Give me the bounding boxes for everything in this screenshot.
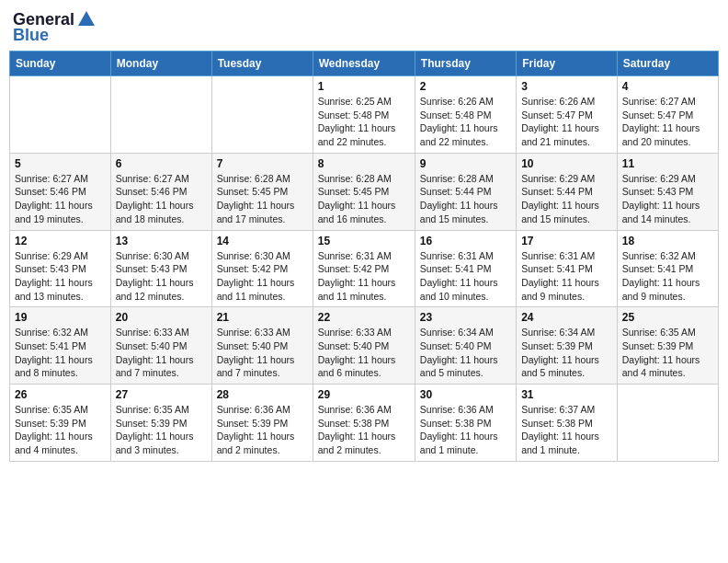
week-row-1: 1Sunrise: 6:25 AMSunset: 5:48 PMDaylight… [10,76,719,154]
day-number: 23 [420,311,511,324]
day-info: Sunrise: 6:35 AMSunset: 5:39 PMDaylight:… [15,403,106,457]
day-info: Sunrise: 6:27 AMSunset: 5:46 PMDaylight:… [116,172,207,226]
day-info: Sunrise: 6:30 AMSunset: 5:42 PMDaylight:… [217,249,308,304]
day-number: 10 [521,157,612,170]
day-number: 25 [622,311,713,324]
day-number: 8 [318,157,410,170]
day-cell: 13Sunrise: 6:30 AMSunset: 5:43 PMDayligh… [110,230,211,307]
header-tuesday: Tuesday [211,52,313,76]
day-number: 27 [116,388,207,401]
day-cell: 11Sunrise: 6:29 AMSunset: 5:43 PMDayligh… [617,153,718,230]
day-info: Sunrise: 6:30 AMSunset: 5:43 PMDaylight:… [116,249,207,304]
day-number: 17 [521,235,612,247]
calendar-table: SundayMondayTuesdayWednesdayThursdayFrid… [9,51,719,462]
day-number: 6 [116,157,207,170]
page-header: General Blue [9,9,719,45]
day-info: Sunrise: 6:35 AMSunset: 5:39 PMDaylight:… [622,326,713,380]
day-number: 4 [622,80,713,93]
day-cell: 18Sunrise: 6:32 AMSunset: 5:41 PMDayligh… [617,230,718,307]
day-info: Sunrise: 6:31 AMSunset: 5:41 PMDaylight:… [420,249,511,304]
day-cell [110,76,211,154]
day-info: Sunrise: 6:36 AMSunset: 5:39 PMDaylight:… [217,403,308,457]
day-number: 24 [521,311,612,324]
day-number: 19 [15,311,106,324]
day-cell: 25Sunrise: 6:35 AMSunset: 5:39 PMDayligh… [617,307,718,385]
day-number: 30 [420,388,511,401]
day-number: 16 [420,235,511,247]
logo-blue: Blue [13,26,49,45]
day-info: Sunrise: 6:36 AMSunset: 5:38 PMDaylight:… [420,403,511,457]
day-cell: 30Sunrise: 6:36 AMSunset: 5:38 PMDayligh… [415,385,516,462]
day-cell: 10Sunrise: 6:29 AMSunset: 5:44 PMDayligh… [517,153,618,230]
day-number: 29 [318,388,410,401]
day-info: Sunrise: 6:33 AMSunset: 5:40 PMDaylight:… [318,326,410,380]
day-info: Sunrise: 6:31 AMSunset: 5:42 PMDaylight:… [318,249,410,304]
day-cell: 5Sunrise: 6:27 AMSunset: 5:46 PMDaylight… [10,153,111,230]
day-cell: 29Sunrise: 6:36 AMSunset: 5:38 PMDayligh… [313,385,415,462]
day-number: 26 [15,388,106,401]
day-number: 22 [318,311,410,324]
day-info: Sunrise: 6:26 AMSunset: 5:47 PMDaylight:… [521,95,612,149]
day-cell: 1Sunrise: 6:25 AMSunset: 5:48 PMDaylight… [313,76,415,154]
day-cell: 27Sunrise: 6:35 AMSunset: 5:39 PMDayligh… [110,385,211,462]
day-number: 28 [217,388,308,401]
day-number: 5 [15,157,106,170]
header-row: SundayMondayTuesdayWednesdayThursdayFrid… [10,52,719,76]
day-info: Sunrise: 6:34 AMSunset: 5:40 PMDaylight:… [420,326,511,380]
day-number: 15 [318,235,410,247]
day-cell: 28Sunrise: 6:36 AMSunset: 5:39 PMDayligh… [211,385,313,462]
day-cell: 20Sunrise: 6:33 AMSunset: 5:40 PMDayligh… [110,307,211,385]
day-info: Sunrise: 6:27 AMSunset: 5:46 PMDaylight:… [15,172,106,226]
day-cell [617,385,718,462]
day-cell: 22Sunrise: 6:33 AMSunset: 5:40 PMDayligh… [313,307,415,385]
day-cell: 9Sunrise: 6:28 AMSunset: 5:44 PMDaylight… [415,153,516,230]
day-info: Sunrise: 6:29 AMSunset: 5:43 PMDaylight:… [622,172,713,226]
header-monday: Monday [110,52,211,76]
logo: General Blue [13,9,97,45]
day-info: Sunrise: 6:37 AMSunset: 5:38 PMDaylight:… [521,403,612,457]
header-friday: Friday [517,52,618,76]
day-info: Sunrise: 6:27 AMSunset: 5:47 PMDaylight:… [622,95,713,149]
day-number: 20 [116,311,207,324]
day-number: 7 [217,157,308,170]
day-number: 11 [622,157,713,170]
day-number: 31 [521,388,612,401]
day-info: Sunrise: 6:28 AMSunset: 5:44 PMDaylight:… [420,172,511,226]
day-cell: 4Sunrise: 6:27 AMSunset: 5:47 PMDaylight… [617,76,718,154]
day-cell: 2Sunrise: 6:26 AMSunset: 5:48 PMDaylight… [415,76,516,154]
day-info: Sunrise: 6:33 AMSunset: 5:40 PMDaylight:… [217,326,308,380]
day-info: Sunrise: 6:26 AMSunset: 5:48 PMDaylight:… [420,95,511,149]
day-info: Sunrise: 6:35 AMSunset: 5:39 PMDaylight:… [116,403,207,457]
day-cell [10,76,111,154]
day-number: 2 [420,80,511,93]
day-info: Sunrise: 6:32 AMSunset: 5:41 PMDaylight:… [622,249,713,304]
day-number: 12 [15,235,106,247]
day-cell: 19Sunrise: 6:32 AMSunset: 5:41 PMDayligh… [10,307,111,385]
day-cell: 3Sunrise: 6:26 AMSunset: 5:47 PMDaylight… [517,76,618,154]
day-cell: 6Sunrise: 6:27 AMSunset: 5:46 PMDaylight… [110,153,211,230]
day-info: Sunrise: 6:29 AMSunset: 5:43 PMDaylight:… [15,249,106,304]
header-thursday: Thursday [415,52,516,76]
day-cell: 15Sunrise: 6:31 AMSunset: 5:42 PMDayligh… [313,230,415,307]
header-wednesday: Wednesday [313,52,415,76]
day-cell: 16Sunrise: 6:31 AMSunset: 5:41 PMDayligh… [415,230,516,307]
day-number: 18 [622,235,713,247]
day-number: 1 [318,80,410,93]
day-cell: 8Sunrise: 6:28 AMSunset: 5:45 PMDaylight… [313,153,415,230]
day-cell: 14Sunrise: 6:30 AMSunset: 5:42 PMDayligh… [211,230,313,307]
day-cell [211,76,313,154]
day-number: 21 [217,311,308,324]
day-cell: 7Sunrise: 6:28 AMSunset: 5:45 PMDaylight… [211,153,313,230]
day-cell: 12Sunrise: 6:29 AMSunset: 5:43 PMDayligh… [10,230,111,307]
day-info: Sunrise: 6:29 AMSunset: 5:44 PMDaylight:… [521,172,612,226]
day-cell: 31Sunrise: 6:37 AMSunset: 5:38 PMDayligh… [517,385,618,462]
week-row-2: 5Sunrise: 6:27 AMSunset: 5:46 PMDaylight… [10,153,719,230]
header-sunday: Sunday [10,52,111,76]
day-number: 3 [521,80,612,93]
day-number: 9 [420,157,511,170]
day-info: Sunrise: 6:25 AMSunset: 5:48 PMDaylight:… [318,95,410,149]
svg-marker-0 [78,11,95,26]
week-row-3: 12Sunrise: 6:29 AMSunset: 5:43 PMDayligh… [10,230,719,307]
day-cell: 23Sunrise: 6:34 AMSunset: 5:40 PMDayligh… [415,307,516,385]
day-number: 13 [116,235,207,247]
